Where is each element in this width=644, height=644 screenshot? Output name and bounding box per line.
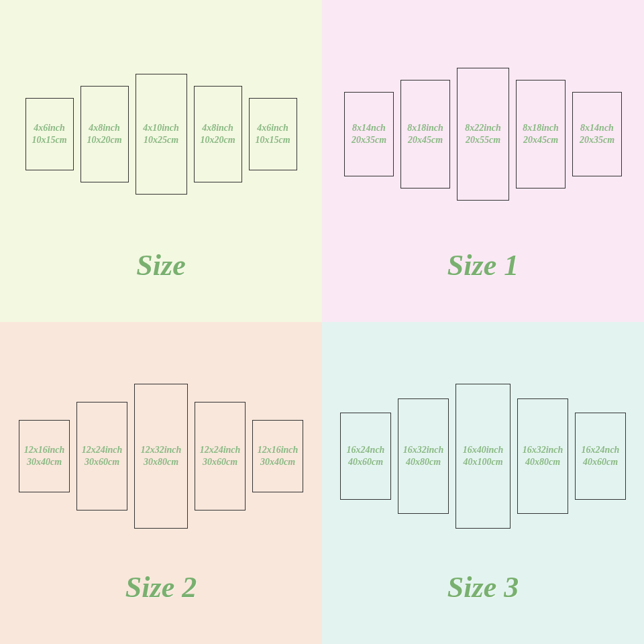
panel-inch-label: 16x32inch [403, 444, 444, 456]
panel-2: 4x10inch10x25cm [136, 74, 187, 195]
panel-3: 12x24inch30x60cm [195, 402, 246, 511]
panel-cm-label: 20x35cm [580, 134, 614, 146]
panel-inch-label: 12x24inch [82, 444, 123, 456]
panel-cm-label: 40x100cm [463, 456, 502, 468]
panel-4: 4x6inch10x15cm [249, 98, 297, 170]
panel-cm-label: 40x80cm [406, 456, 441, 468]
panel-inch-label: 8x22inch [465, 122, 501, 134]
panels-group: 4x6inch10x15cm4x8inch10x20cm4x10inch10x2… [25, 47, 297, 221]
panel-4: 16x24nch40x60cm [575, 413, 626, 500]
panel-inch-label: 4x10inch [143, 122, 179, 134]
panel-inch-label: 8x18inch [407, 122, 443, 134]
panel-cm-label: 10x20cm [200, 134, 235, 146]
panel-1: 12x24inch30x60cm [76, 402, 127, 511]
panel-cm-label: 20x35cm [352, 134, 386, 146]
panel-cm-label: 30x40cm [27, 456, 62, 468]
panel-inch-label: 12x16inch [24, 444, 65, 456]
panel-3: 8x18inch20x45cm [516, 80, 566, 189]
panel-cm-label: 10x20cm [87, 134, 121, 146]
panels-group: 16x24nch40x60cm16x32inch40x80cm16x40inch… [340, 369, 626, 543]
panel-cm-label: 40x60cm [348, 456, 383, 468]
panel-cm-label: 40x80cm [525, 456, 560, 468]
quadrant-title: Size [136, 248, 185, 282]
panel-3: 16x32inch40x80cm [517, 398, 568, 514]
panel-cm-label: 10x25cm [144, 134, 178, 146]
panel-inch-label: 16x24nch [347, 444, 385, 456]
panel-0: 4x6inch10x15cm [25, 98, 74, 170]
quadrant-title: Size 3 [447, 570, 519, 604]
panel-inch-label: 12x32inch [141, 444, 182, 456]
panel-2: 16x40inch40x100cm [455, 384, 511, 529]
panel-cm-label: 20x55cm [466, 134, 500, 146]
panel-inch-label: 12x16inch [258, 444, 299, 456]
panel-cm-label: 10x15cm [255, 134, 290, 146]
panel-cm-label: 40x60cm [583, 456, 618, 468]
size-quadrant-2: 12x16inch30x40cm12x24inch30x60cm12x32inc… [0, 322, 322, 644]
panel-cm-label: 30x60cm [203, 456, 237, 468]
quadrant-title: Size 2 [125, 570, 197, 604]
panel-inch-label: 16x32inch [523, 444, 564, 456]
panels-group: 12x16inch30x40cm12x24inch30x60cm12x32inc… [19, 369, 303, 543]
size-quadrant-3: 16x24nch40x60cm16x32inch40x80cm16x40inch… [322, 322, 644, 644]
panel-0: 8x14nch20x35cm [344, 92, 394, 176]
panel-2: 8x22inch20x55cm [457, 68, 509, 201]
panel-cm-label: 20x45cm [408, 134, 443, 146]
panel-4: 8x14nch20x35cm [572, 92, 622, 176]
panel-inch-label: 4x6inch [34, 122, 65, 134]
size-quadrant-0: 4x6inch10x15cm4x8inch10x20cm4x10inch10x2… [0, 0, 322, 322]
quadrant-title: Size 1 [447, 248, 519, 282]
panel-inch-label: 4x8inch [202, 122, 233, 134]
panel-0: 16x24nch40x60cm [340, 413, 391, 500]
panel-inch-label: 8x14nch [352, 122, 386, 134]
panel-inch-label: 8x14nch [580, 122, 614, 134]
panel-cm-label: 30x60cm [85, 456, 119, 468]
panel-1: 16x32inch40x80cm [398, 398, 449, 514]
panel-cm-label: 30x40cm [260, 456, 295, 468]
panel-inch-label: 4x6inch [257, 122, 288, 134]
panel-inch-label: 8x18inch [523, 122, 559, 134]
panel-4: 12x16inch30x40cm [252, 420, 303, 492]
panel-inch-label: 16x40inch [463, 444, 504, 456]
panel-1: 4x8inch10x20cm [80, 86, 129, 182]
panel-inch-label: 12x24inch [200, 444, 241, 456]
panel-3: 4x8inch10x20cm [194, 86, 242, 182]
panel-cm-label: 10x15cm [32, 134, 66, 146]
panel-cm-label: 30x80cm [144, 456, 178, 468]
panel-inch-label: 4x8inch [89, 122, 120, 134]
panel-inch-label: 16x24nch [582, 444, 620, 456]
size-quadrant-1: 8x14nch20x35cm8x18inch20x45cm8x22inch20x… [322, 0, 644, 322]
panel-0: 12x16inch30x40cm [19, 420, 70, 492]
panel-cm-label: 20x45cm [523, 134, 558, 146]
panels-group: 8x14nch20x35cm8x18inch20x45cm8x22inch20x… [344, 47, 622, 221]
panel-2: 12x32inch30x80cm [134, 384, 188, 529]
panel-1: 8x18inch20x45cm [400, 80, 450, 189]
